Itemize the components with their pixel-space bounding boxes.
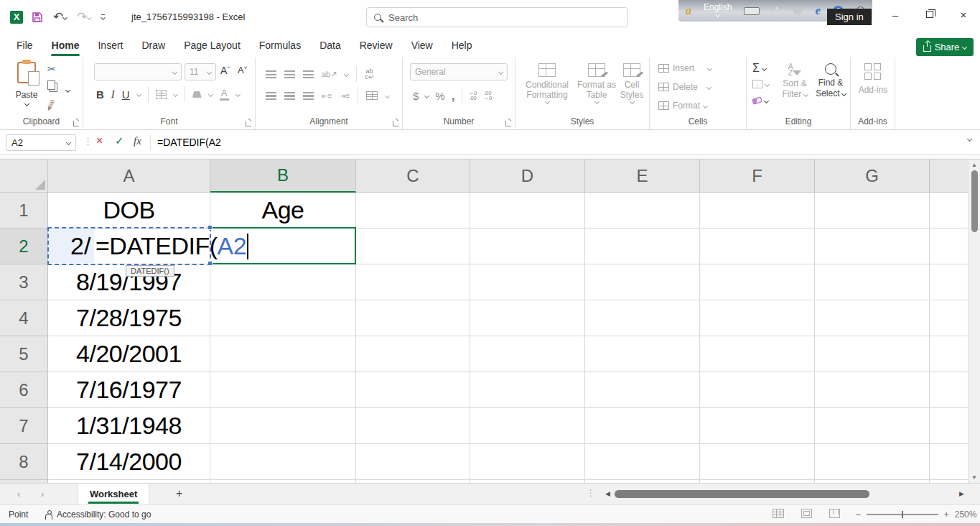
number-dialog-launcher[interactable] — [505, 121, 511, 126]
cell[interactable] — [700, 229, 815, 264]
addins-button[interactable]: Add-ins — [856, 63, 890, 95]
insert-cells-button[interactable]: Insert — [658, 63, 711, 73]
row-header-3[interactable]: 3 — [0, 264, 48, 300]
sheet-tab-worksheet[interactable]: Worksheet — [78, 484, 149, 504]
accessibility-status[interactable]: Accessibility: Good to go — [45, 509, 151, 520]
cell-a7[interactable]: 1/31/1948 — [48, 408, 210, 444]
expand-formula-bar-button[interactable] — [967, 137, 972, 142]
cell[interactable] — [585, 408, 700, 444]
cell[interactable] — [470, 264, 585, 300]
chevron-down-icon[interactable] — [424, 93, 429, 98]
zoom-slider-thumb[interactable] — [902, 511, 903, 518]
chevron-down-icon[interactable] — [136, 91, 141, 96]
cell[interactable] — [210, 444, 356, 480]
search-input[interactable] — [388, 12, 604, 23]
browser-e-icon[interactable]: e — [815, 4, 821, 18]
scrollbar-resize-grip[interactable]: ⋮ — [587, 488, 595, 498]
font-dialog-launcher[interactable] — [246, 121, 251, 126]
column-header-a[interactable]: A — [48, 160, 210, 193]
scroll-down-icon[interactable]: ▼ — [971, 474, 977, 481]
delete-cells-button[interactable]: Delete — [658, 82, 711, 92]
merge-center-button[interactable] — [366, 91, 378, 100]
chevron-down-icon[interactable] — [173, 91, 178, 96]
cell-a5[interactable]: 4/20/2001 — [48, 336, 210, 372]
scroll-right-icon[interactable]: ▶ — [959, 490, 964, 497]
column-header-f[interactable]: F — [700, 160, 815, 193]
font-name-combo[interactable] — [94, 63, 182, 80]
horizontal-scrollbar-thumb[interactable] — [615, 490, 869, 498]
format-cells-button[interactable]: Format — [658, 101, 707, 111]
align-right-button[interactable] — [303, 92, 314, 100]
cell[interactable] — [356, 300, 470, 336]
page-layout-view-button[interactable] — [801, 509, 812, 518]
vertical-scrollbar[interactable]: ▲ ▼ — [968, 160, 980, 483]
cell[interactable] — [815, 193, 930, 229]
select-all-button[interactable] — [0, 160, 48, 193]
format-painter-button[interactable]: 🖉 — [45, 98, 58, 112]
cell[interactable] — [470, 193, 585, 229]
scroll-up-icon[interactable]: ▲ — [971, 162, 977, 168]
cell[interactable] — [815, 444, 930, 480]
cell[interactable] — [585, 193, 700, 229]
cell[interactable] — [210, 300, 356, 336]
borders-button[interactable] — [156, 90, 167, 99]
cell[interactable] — [470, 444, 585, 480]
row-header-1[interactable]: 1 — [0, 193, 48, 229]
cell[interactable] — [700, 408, 815, 444]
tab-file[interactable]: File — [7, 34, 42, 57]
align-left-button[interactable] — [266, 92, 276, 100]
decrease-font-size-button[interactable]: A˅ — [238, 65, 247, 75]
conditional-formatting-button[interactable]: Conditional Formatting — [521, 63, 573, 103]
gear-icon[interactable]: ⚙ — [793, 4, 803, 17]
bold-button[interactable]: B — [96, 88, 104, 101]
next-sheet-button[interactable]: › — [41, 489, 44, 499]
column-header-partial[interactable] — [930, 160, 968, 193]
chevron-down-icon[interactable] — [66, 140, 71, 145]
cell[interactable] — [210, 336, 356, 372]
cell[interactable] — [356, 264, 470, 300]
column-header-c[interactable]: C — [356, 160, 470, 193]
row-header-8[interactable]: 8 — [0, 444, 48, 480]
cell[interactable] — [815, 264, 930, 300]
tab-home[interactable]: Home — [42, 34, 89, 57]
cell[interactable] — [700, 444, 815, 480]
keyboard-icon[interactable] — [744, 7, 760, 15]
cell[interactable] — [356, 193, 470, 229]
clear-button[interactable] — [752, 98, 768, 103]
chevron-down-icon[interactable] — [208, 91, 213, 96]
increase-indent-button[interactable]: ⇥≡ — [340, 92, 350, 100]
minimize-button[interactable]: – — [879, 0, 912, 29]
cell[interactable] — [470, 372, 585, 408]
comma-style-button[interactable]: , — [452, 88, 455, 103]
cell[interactable] — [930, 193, 968, 229]
cell[interactable] — [815, 372, 930, 408]
find-select-button[interactable]: Find & Select — [814, 63, 847, 99]
zoom-out-button[interactable]: – — [856, 509, 861, 520]
chevron-down-icon[interactable] — [62, 15, 67, 20]
format-as-table-button[interactable]: Format as Table — [574, 63, 619, 103]
column-header-d[interactable]: D — [470, 160, 585, 193]
cell[interactable] — [210, 264, 356, 300]
font-color-button[interactable]: A — [220, 88, 229, 101]
cell[interactable] — [356, 444, 470, 480]
cell-styles-button[interactable]: Cell Styles — [616, 63, 648, 103]
row-header-2[interactable]: 2 — [0, 229, 48, 264]
increase-font-size-button[interactable]: A^ — [220, 65, 230, 76]
enter-button[interactable]: ✓ — [115, 134, 124, 147]
zoom-slider[interactable] — [867, 514, 938, 515]
top-align-button[interactable] — [266, 70, 276, 78]
tab-review[interactable]: Review — [350, 34, 402, 57]
row-header-4[interactable]: 4 — [0, 300, 48, 336]
tab-data[interactable]: Data — [310, 34, 350, 57]
cell[interactable] — [930, 336, 968, 372]
autosum-button[interactable]: Σ — [752, 62, 766, 75]
in-cell-editor[interactable]: =DATEDIF(A2 — [94, 229, 356, 263]
tab-help[interactable]: Help — [442, 34, 482, 57]
wrap-text-button[interactable]: abc↩ — [365, 68, 373, 80]
cell[interactable] — [815, 229, 930, 264]
decrease-indent-button[interactable]: ⇤≡ — [322, 92, 332, 100]
tab-view[interactable]: View — [402, 34, 442, 57]
cell[interactable] — [585, 444, 700, 480]
cell-a8[interactable]: 7/14/2000 — [48, 444, 210, 480]
formula-bar-grip[interactable]: ⋮ — [83, 136, 93, 147]
